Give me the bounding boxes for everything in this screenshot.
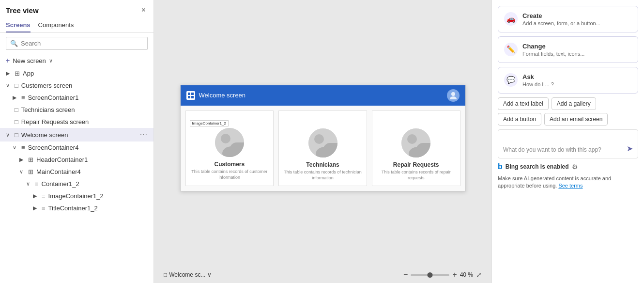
search-input[interactable] [21,40,143,47]
expand-icon: ▶ [33,205,40,211]
ai-title-create: Create [522,12,600,19]
item-label: ImageContainer1_2 [48,192,148,200]
plus-icon: + [6,57,10,64]
container-icon: ≡ [35,180,39,188]
ai-card-change[interactable]: ✏️ Change Format fields, text, icons... [498,36,638,63]
canvas-content: Welcome screen ImageContainer1_2 [164,10,482,267]
screen-icon: □ [15,106,18,113]
tree-item-titlecontainer1-2[interactable]: ▶ ≡ TitleContainer1_2 [0,202,153,214]
expand-icon: ▶ [13,94,19,101]
expand-icon: ∨ [19,169,26,175]
card-image-repair-requests [401,128,430,157]
svg-point-6 [215,128,244,157]
tree-item-screencontainer1[interactable]: ▶ ≡ ScreenContainer1 [0,92,153,104]
add-gallery-button[interactable]: Add a gallery [552,97,596,110]
screen-icon: □ [15,82,18,89]
expand-icon: ∨ [6,132,13,138]
tree-item-headercontainer1[interactable]: ▶ ⊞ HeaderContainer1 [0,154,153,166]
tree-item-maincontainer4[interactable]: ∨ ⊞ MainContainer4 [0,166,153,178]
svg-rect-1 [191,93,194,95]
new-screen-row[interactable]: + New screen ∨ [0,54,153,67]
tree-item-screencontainer4[interactable]: ∨ ≡ ScreenContainer4 [0,142,153,154]
svg-rect-2 [188,96,190,98]
add-email-screen-button[interactable]: Add an email screen [544,113,608,126]
zoom-out-button[interactable]: − [403,270,408,279]
ai-title-ask: Ask [522,73,554,80]
quick-actions: Add a text label Add a gallery Add a but… [498,97,638,126]
card-title-technicians: Technicians [306,161,339,168]
app-card-customers[interactable]: ImageContainer1_2 Customers This table c… [185,110,274,186]
expand-icon: ∨ [26,181,33,187]
tree-item-repair-requests-screen[interactable]: □ Repair Requests screen [0,116,153,128]
app-header: Welcome screen [181,85,465,106]
app-header-left: Welcome screen [186,91,246,100]
search-box: 🔍 [6,37,148,50]
more-options-icon[interactable]: ··· [140,130,148,139]
item-label: Technicians screen [21,106,148,113]
zoom-slider[interactable] [411,274,449,276]
zoom-controls: − + 40 % ⤢ [403,270,482,279]
app-header-icon [186,91,195,100]
app-preview: Welcome screen ImageContainer1_2 [180,85,466,191]
app-header-title: Welcome screen [199,92,246,99]
svg-rect-3 [191,96,194,98]
item-label: HeaderContainer1 [36,156,148,163]
change-icon: ✏️ [504,43,518,56]
container-icon: ≡ [42,192,46,200]
svg-point-4 [451,92,455,96]
zoom-in-button[interactable]: + [452,270,457,279]
ai-sub-create: Add a screen, form, or a button... [522,20,600,26]
tree-item-welcome-screen[interactable]: ∨ □ Welcome screen ··· [0,128,153,142]
app-card-repair-requests[interactable]: Repair Requests This table contains reco… [372,110,460,186]
panel-header: Tree view × [0,0,153,18]
tab-components[interactable]: Components [38,18,74,32]
add-button-button[interactable]: Add a button [498,113,541,126]
ai-sub-ask: How do I ... ? [522,81,554,87]
bing-row: b Bing search is enabled ⚙ [498,162,638,171]
app-body: ImageContainer1_2 Customers This table c… [181,106,465,191]
svg-point-5 [450,96,457,99]
tree-item-customers-screen[interactable]: ∨ □ Customers screen [0,79,153,92]
expand-button[interactable]: ⤢ [476,271,482,279]
tree-item-technicians-screen[interactable]: □ Technicians screen [0,104,153,116]
ai-title-change: Change [522,43,584,50]
panel-title: Tree view [6,6,39,15]
app-card-technicians[interactable]: Technicians This table contains records … [278,110,367,186]
item-label: Repair Requests screen [21,118,148,126]
screen-indicator-chevron: ∨ [207,271,212,278]
tree-item-app[interactable]: ▶ ⊞ App [0,67,153,79]
chevron-down-icon: ∨ [49,58,53,64]
close-button[interactable]: × [139,5,148,16]
right-panel: 🚗 Create Add a screen, form, or a button… [491,0,644,283]
container-icon: ⊞ [28,156,33,163]
item-label: ScreenContainer4 [28,144,148,151]
ai-card-ask[interactable]: 💬 Ask How do I ... ? [498,67,638,94]
tree-list: ▶ ⊞ App ∨ □ Customers screen ▶ ≡ ScreenC… [0,67,153,283]
ai-card-change-text: Change Format fields, text, icons... [522,43,584,57]
item-label: Welcome screen [21,131,138,139]
bing-settings-icon[interactable]: ⚙ [572,163,578,171]
item-label: Customers screen [21,82,148,89]
ai-card-create[interactable]: 🚗 Create Add a screen, form, or a button… [498,6,638,32]
item-label: TitleContainer1_2 [48,204,148,212]
new-screen-label: New screen [13,57,46,64]
container-icon: ≡ [21,94,25,101]
container-icon: ≡ [42,204,46,212]
tree-item-container1-2[interactable]: ∨ ≡ Container1_2 [0,178,153,190]
app-icon: ⊞ [15,70,20,77]
bing-see-terms-link[interactable]: See terms [558,183,583,189]
tab-screens[interactable]: Screens [6,18,31,32]
card-desc-technicians: This table contains records of technicia… [283,170,363,181]
svg-point-10 [314,134,324,144]
item-label: Container1_2 [42,180,148,188]
zoom-percent: 40 % [460,271,473,278]
card-desc-repair-requests: This table contains records of repair re… [376,170,456,181]
chat-input-area: What do you want to do with this app? ➤ [498,129,638,158]
chat-send-button[interactable]: ➤ [627,144,633,153]
app-header-avatar [447,89,460,102]
item-label: ScreenContainer1 [28,94,148,101]
add-text-label-button[interactable]: Add a text label [498,97,549,110]
screen-indicator[interactable]: □ Welcome sc... ∨ [164,271,212,278]
tabs-row: Screens Components [0,18,153,33]
tree-item-imagecontainer1-2[interactable]: ▶ ≡ ImageContainer1_2 [0,190,153,202]
